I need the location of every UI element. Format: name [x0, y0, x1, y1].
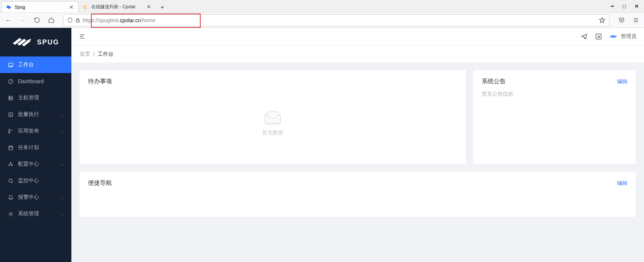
bookmark-star-icon[interactable] [599, 17, 605, 23]
browser-toolbar: ← → https://spugtest.cpolar.cn/home [0, 12, 644, 28]
reload-icon[interactable] [32, 16, 41, 25]
monitor-icon [8, 178, 14, 184]
fullscreen-icon[interactable] [595, 33, 602, 40]
chevron-down-icon: ⌄ [60, 162, 64, 167]
sidebar-item-label: 应用发布 [18, 128, 60, 134]
breadcrumb-home[interactable]: 首页 [80, 51, 90, 58]
card-quicknav: 便捷导航 编辑 [80, 172, 636, 217]
sidebar-item-label: 监控中心 [18, 177, 64, 184]
sidebar-item-label: 主机管理 [18, 94, 64, 101]
chevron-down-icon: ⌄ [60, 112, 64, 117]
logo: SPUG [0, 28, 71, 56]
sidebar-item-config[interactable]: 配置中心⌄ [0, 156, 71, 172]
batch-icon [8, 112, 14, 117]
main-area: 管理员 首页 / 工作台 待办事项 暂无数据 [71, 28, 644, 262]
forward-icon: → [18, 16, 27, 25]
tasks-icon [8, 145, 14, 151]
home-icon[interactable] [47, 16, 56, 25]
browser-tab-spug[interactable]: Spug ✕ [2, 1, 79, 12]
notice-empty-text: 暂无公告信息 [482, 91, 627, 97]
maximize-icon[interactable]: ◻ [622, 3, 626, 9]
sidebar-item-label: Dashboard [18, 78, 64, 84]
sidebar-item-hosts[interactable]: 主机管理 [0, 90, 71, 106]
sidebar-item-dashboard[interactable]: Dashboard [0, 73, 71, 90]
browser-tab-strip: Spug ✕ C 在线隧道列表 - Cpolar ✕ ＋ ━ ◻ ✕ [0, 0, 644, 12]
svg-point-21 [9, 165, 10, 166]
sidebar-item-workspace[interactable]: 工作台 [0, 56, 71, 73]
collapse-sidebar-icon[interactable] [79, 33, 86, 40]
sidebar: SPUG 工作台Dashboard主机管理批量执行⌄应用发布⌄任务计划配置中心⌄… [0, 28, 71, 262]
notification-icon[interactable] [581, 33, 588, 40]
config-icon [8, 161, 14, 167]
chevron-down-icon: ⌄ [60, 195, 64, 200]
svg-point-26 [10, 213, 11, 215]
card-notice-edit-link[interactable]: 编辑 [617, 78, 627, 85]
svg-rect-5 [8, 63, 12, 66]
svg-rect-0 [76, 20, 79, 22]
empty-text: 暂无数据 [262, 129, 283, 136]
breadcrumb-separator: / [93, 51, 95, 57]
sidebar-item-system[interactable]: 系统管理⌄ [0, 206, 71, 222]
content: 待办事项 暂无数据 系统公告 编辑 暂无公告信息 [71, 62, 644, 224]
card-notice: 系统公告 编辑 暂无公告信息 [473, 70, 636, 164]
sidebar-item-label: 工作台 [18, 61, 64, 68]
url-security-icons [67, 17, 80, 23]
spug-favicon-icon [6, 4, 12, 10]
tab-title: Spug [15, 5, 68, 10]
minimize-icon[interactable]: ━ [611, 3, 614, 9]
user-name: 管理员 [621, 33, 636, 40]
sidebar-item-tasks[interactable]: 任务计划 [0, 139, 71, 156]
card-todo: 待办事项 暂无数据 [80, 70, 466, 164]
url-text: https://spugtest.cpolar.cn/home [83, 17, 599, 23]
url-bar[interactable]: https://spugtest.cpolar.cn/home [63, 14, 609, 26]
svg-point-23 [9, 179, 12, 182]
svg-point-22 [12, 165, 13, 166]
alarm-icon [8, 195, 14, 200]
empty-state: 暂无数据 [88, 91, 458, 155]
topbar-actions: 管理员 [581, 33, 636, 40]
shield-icon [67, 17, 73, 23]
app-menu-icon[interactable] [631, 16, 640, 25]
new-tab-button[interactable]: ＋ [157, 2, 168, 12]
sidebar-menu: 工作台Dashboard主机管理批量执行⌄应用发布⌄任务计划配置中心⌄监控中心报… [0, 56, 71, 222]
sidebar-item-monitor[interactable]: 监控中心 [0, 172, 71, 189]
back-icon[interactable]: ← [4, 16, 13, 25]
user-menu[interactable]: 管理员 [609, 33, 636, 40]
chevron-down-icon: ⌄ [60, 212, 64, 216]
card-quicknav-edit-link[interactable]: 编辑 [617, 180, 627, 187]
sidebar-item-deploy[interactable]: 应用发布⌄ [0, 123, 71, 139]
app-container: SPUG 工作台Dashboard主机管理批量执行⌄应用发布⌄任务计划配置中心⌄… [0, 28, 644, 262]
svg-point-12 [9, 97, 10, 97]
svg-point-4 [29, 39, 31, 40]
system-icon [8, 211, 14, 217]
tab-title: 在线隧道列表 - Cpolar [91, 4, 146, 10]
card-notice-title: 系统公告 [482, 78, 506, 85]
breadcrumb: 首页 / 工作台 [71, 45, 644, 62]
dashboard-icon [8, 79, 14, 84]
sidebar-item-label: 批量执行 [18, 111, 60, 118]
lock-icon [75, 18, 80, 23]
sidebar-item-alarm[interactable]: 报警中心⌄ [0, 189, 71, 206]
sidebar-item-batch[interactable]: 批量执行⌄ [0, 106, 71, 123]
close-window-icon[interactable]: ✕ [635, 3, 639, 9]
sidebar-item-label: 报警中心 [18, 194, 60, 201]
sidebar-item-label: 配置中心 [18, 161, 60, 168]
svg-point-13 [9, 99, 10, 99]
hosts-icon [8, 95, 14, 101]
sidebar-item-label: 系统管理 [18, 210, 60, 217]
sidebar-item-label: 任务计划 [18, 144, 64, 151]
topbar: 管理员 [71, 28, 644, 45]
window-controls: ━ ◻ ✕ [611, 0, 644, 12]
breadcrumb-current: 工作台 [98, 51, 113, 58]
chevron-down-icon: ⌄ [60, 129, 64, 134]
card-todo-title: 待办事项 [88, 78, 112, 85]
close-icon[interactable]: ✕ [146, 4, 152, 10]
svg-point-20 [10, 162, 11, 163]
browser-tab-cpolar[interactable]: C 在线隧道列表 - Cpolar ✕ [79, 1, 156, 12]
pocket-icon[interactable] [617, 16, 626, 25]
workspace-icon [8, 62, 14, 68]
close-icon[interactable]: ✕ [68, 4, 74, 10]
logo-mark-icon [12, 37, 33, 48]
url-actions [599, 17, 605, 23]
logo-text: SPUG [37, 38, 59, 46]
